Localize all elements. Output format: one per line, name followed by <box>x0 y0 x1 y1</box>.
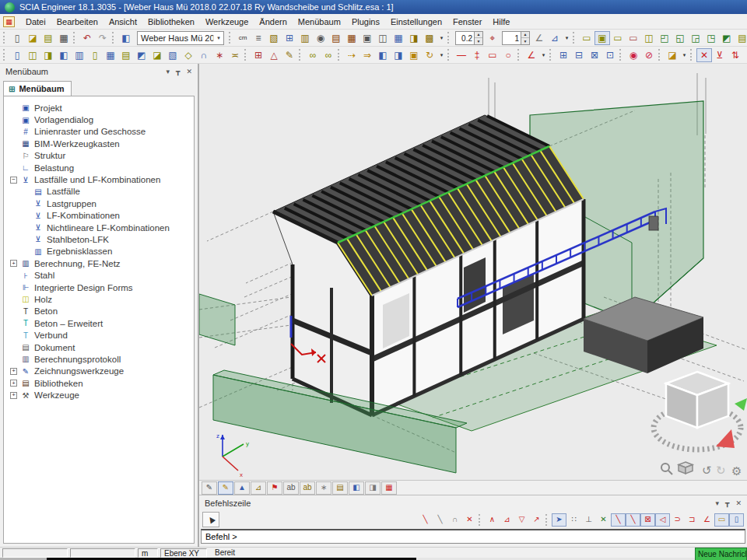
ruler-box-icon[interactable]: ▭ <box>714 513 729 527</box>
expand-expander-icon[interactable]: + <box>10 380 17 387</box>
expand-expander-icon[interactable]: + <box>10 368 17 375</box>
viewport-3d[interactable]: z y x <box>199 64 747 481</box>
member-opening-icon[interactable]: ▯ <box>87 48 103 62</box>
load-step-spinner[interactable]: 1▲▼ <box>502 31 530 45</box>
menu-bearbeiten[interactable]: Bearbeiten <box>51 16 103 28</box>
snap-line-icon[interactable]: ╲ <box>418 513 433 527</box>
draw-circle-icon[interactable]: ○ <box>500 48 516 62</box>
hide-selection-icon[interactable]: ⊘ <box>641 48 657 62</box>
tree-item-projekt[interactable]: ▣Projekt <box>4 102 194 114</box>
load-step-spinner-up-icon[interactable]: ▲ <box>521 32 529 39</box>
member-truss-icon[interactable]: ◇ <box>181 48 196 62</box>
zoom-selection-icon[interactable] <box>661 464 672 474</box>
activity-by-layer-icon[interactable]: ▭ <box>579 31 594 45</box>
paperspace-icon[interactable]: ▦ <box>344 31 359 45</box>
tree-item-berechnung-fe-netz[interactable]: +▥Berechnung, FE-Netz <box>4 257 194 269</box>
open-folder-plus-icon[interactable]: ◪ <box>665 48 680 62</box>
import-icon[interactable]: ⊠ <box>587 48 602 62</box>
clipboard-icon[interactable]: ▥ <box>297 31 313 45</box>
labels-flag-icon[interactable]: ⚑ <box>267 481 282 495</box>
move-icon[interactable]: ⇢ <box>344 48 359 62</box>
tree-item-lastfälle[interactable]: ▤Lastfälle <box>4 186 194 198</box>
activity-remove-icon[interactable]: ◳ <box>703 31 719 45</box>
tree-item-struktur[interactable]: ⚐Struktur <box>4 150 194 162</box>
export-icon[interactable]: ⊡ <box>602 48 618 62</box>
snap-ortho-icon[interactable]: ✕ <box>596 513 611 527</box>
cut-node-icon[interactable]: ✕ <box>696 48 712 62</box>
activity-clipping-icon[interactable]: ◫ <box>641 31 657 45</box>
viewport-settings-gear-icon[interactable]: ⚙ <box>731 464 742 478</box>
new-project-icon[interactable]: ▯ <box>9 31 25 45</box>
snap-line-alt-icon[interactable]: ╲ <box>433 513 447 527</box>
menu-hilfe[interactable]: Hilfe <box>487 16 515 28</box>
command-collapse-icon[interactable]: ▾ <box>716 499 720 507</box>
draw-dropdown-icon[interactable]: ▾ <box>539 48 548 62</box>
draw-rectangle-icon[interactable]: ▭ <box>485 48 500 62</box>
activity-grid-icon[interactable]: ▦ <box>381 481 397 495</box>
folder-dropdown-icon[interactable]: ▾ <box>680 48 689 62</box>
copy-icon[interactable]: ⇒ <box>359 48 375 62</box>
move-rotate-icon[interactable]: ↻ <box>422 48 437 62</box>
selection-cursor-icon[interactable]: ▶ <box>202 512 219 527</box>
draw-line-icon[interactable]: — <box>454 48 469 62</box>
menu-ansicht[interactable]: Ansicht <box>103 16 142 28</box>
document-new-icon[interactable]: ◨ <box>406 31 422 45</box>
tree-item-lf-kombinationen[interactable]: ⊻LF-Kombinationen <box>4 210 194 222</box>
member-1d-icon[interactable]: ▯ <box>9 48 25 62</box>
tree-item-holz[interactable]: ◫Holz <box>4 293 194 305</box>
visibility-icon[interactable]: ◉ <box>626 48 641 62</box>
volumes-display-icon[interactable]: ▲ <box>234 481 250 495</box>
save-as-icon[interactable]: ▦ <box>56 31 72 45</box>
layers-icon[interactable]: ≡ <box>251 31 266 45</box>
tree-item-bibliotheken[interactable]: +▤Bibliotheken <box>4 377 194 389</box>
draw-angle-icon[interactable]: ∠ <box>524 48 539 62</box>
snap-edge-icon[interactable]: ╲ <box>626 513 640 527</box>
tree-item-beton[interactable]: TBeton <box>4 306 194 317</box>
member-arc-icon[interactable]: ∩ <box>196 48 212 62</box>
scale-dropdown-icon[interactable]: ▾ <box>563 31 571 45</box>
member-beam-icon[interactable]: ◨ <box>40 48 56 62</box>
panel-pin-icon[interactable]: ┳ <box>176 68 180 75</box>
document-window-icon[interactable]: ▦ <box>3 16 15 27</box>
gallery-icon[interactable]: ▤ <box>328 31 344 45</box>
tree-item-integrierte-design-forms[interactable]: ⊩Integrierte Design Forms <box>4 282 194 293</box>
panel-close-icon[interactable]: ✕ <box>186 68 192 75</box>
units-icon[interactable]: cm <box>235 31 251 45</box>
tree-item-bim-werkzeugkasten[interactable]: ▦BIM-Werkzeugkasten <box>4 138 194 149</box>
catalog-blocks-icon[interactable]: ⊞ <box>251 48 266 62</box>
layers-book-icon[interactable]: ▤ <box>332 481 348 495</box>
member-rib-icon[interactable]: ◧ <box>56 48 72 62</box>
tree-item-zeichnungswerkzeuge[interactable]: +✎Zeichnungswerkzeuge <box>4 366 194 377</box>
menu-einstellungen[interactable]: Einstellungen <box>385 16 447 28</box>
member-haunch-icon[interactable]: ▥ <box>72 48 87 62</box>
paste-icon[interactable]: ⊟ <box>571 48 587 62</box>
free-drawing-icon[interactable]: ✎ <box>282 48 297 62</box>
snap-arc-center-icon[interactable]: ⊃ <box>670 513 685 527</box>
display-scale-icon[interactable]: ∠ <box>531 31 547 45</box>
coords-box-icon[interactable]: ▯ <box>729 513 744 527</box>
tree-item-belastung[interactable]: ∟Belastung <box>4 162 194 173</box>
expand-expander-icon[interactable]: + <box>10 260 17 267</box>
snap-node-icon[interactable]: ╲ <box>611 513 626 527</box>
activity-workplane-icon[interactable]: ▭ <box>610 31 626 45</box>
document-tools-dropdown-icon[interactable]: ▾ <box>437 31 446 45</box>
tree-item-lastgruppen[interactable]: ⊻Lastgruppen <box>4 198 194 209</box>
tree-item-lastfälle-und-lf-kombinationen[interactable]: −⊻Lastfälle und LF-Kombinationen <box>4 173 194 185</box>
panel-collapse-icon[interactable]: ▾ <box>167 68 170 75</box>
snap-perpendicular-icon[interactable]: ◁ <box>655 513 670 527</box>
load-step-spinner-down-icon[interactable]: ▼ <box>521 38 529 44</box>
coordinates-icon[interactable]: ⊞ <box>282 31 297 45</box>
expand-expander-icon[interactable]: + <box>10 392 17 399</box>
align-nodes-icon[interactable]: ≡ <box>743 48 747 62</box>
menu-bibliotheken[interactable]: Bibliotheken <box>142 16 200 28</box>
new-message-badge[interactable]: Neue Nachricht <box>695 548 747 560</box>
snap-endpoint-icon[interactable]: ∧ <box>485 513 500 527</box>
copy-add-icon[interactable]: ⊞ <box>556 48 571 62</box>
tree-item-beton-erweitert[interactable]: TBeton – Erweitert <box>4 317 194 329</box>
member-display-icon[interactable]: ⊿ <box>547 31 563 45</box>
active-project-combo[interactable]: Weber Haus Mü 20▾ <box>137 31 224 45</box>
activity-named-icon[interactable]: ▤ <box>735 31 747 45</box>
member-wall-icon[interactable]: ▤ <box>118 48 134 62</box>
tree-item-vorlagendialog[interactable]: ▣Vorlagendialog <box>4 114 194 125</box>
tree-item-stahl[interactable]: ⊦Stahl <box>4 269 194 281</box>
